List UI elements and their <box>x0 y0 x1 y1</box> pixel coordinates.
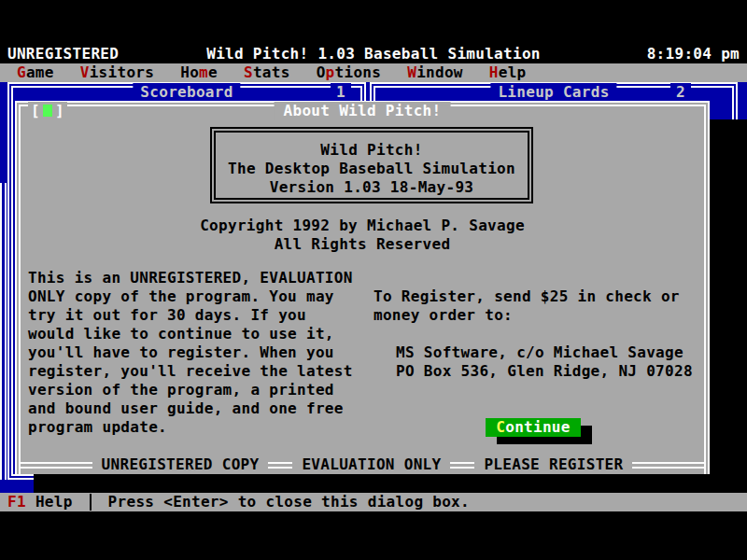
status-bar: F1 Help Press <Enter> to close this dial… <box>0 493 747 511</box>
f1-key-label[interactable]: F1 <box>7 493 26 511</box>
menu-item-visitors-post: isitors <box>90 63 155 81</box>
menu-item-visitors[interactable]: Visitors <box>80 63 154 82</box>
screen: UNREGISTERED Wild Pitch! 1.03 Baseball S… <box>0 0 747 560</box>
app-title: Wild Pitch! 1.03 Baseball Simulation <box>0 45 747 63</box>
menu-item-options[interactable]: Options <box>317 63 382 82</box>
menu-item-game-hotkey: G <box>17 63 26 81</box>
close-bracket-right: ] <box>55 102 64 119</box>
continue-button[interactable]: Continue <box>486 418 581 437</box>
dialog-footer: UNREGISTERED COPY EVALUATION ONLY PLEASE… <box>21 455 704 474</box>
status-message: Press <Enter> to close this dialog box. <box>108 493 470 511</box>
close-button[interactable]: [] <box>28 102 67 120</box>
window-scoreboard-title[interactable]: Scoreboard <box>133 83 240 102</box>
footer-unregistered-label: UNREGISTERED COPY <box>92 455 269 474</box>
menu-item-home-post: e <box>208 63 218 81</box>
menu-item-home-pre: Ho <box>180 63 199 81</box>
window-lineup-cards-number: 2 <box>670 83 691 102</box>
continue-button-hotkey: C <box>496 418 505 436</box>
menu-item-stats-post: tats <box>253 63 290 81</box>
menu-item-game-post: ame <box>26 63 54 81</box>
register-instructions-text: To Register, send $25 in check or money … <box>374 287 680 325</box>
window-scoreboard-number: 1 <box>331 83 351 102</box>
footer-divider-line <box>632 462 704 469</box>
program-info-box: Wild Pitch! The Desktop Baseball Simulat… <box>210 127 533 203</box>
footer-divider-line <box>268 462 292 469</box>
footer-divider-line <box>21 462 92 469</box>
status-separator <box>90 494 92 511</box>
clock: 8:19:04 pm <box>647 45 740 63</box>
menu-item-options-post: tions <box>335 63 382 81</box>
menu-item-window-post: indow <box>416 63 463 81</box>
menu-item-stats-hotkey: S <box>244 63 253 81</box>
menu-item-home-hotkey: m <box>199 63 208 81</box>
dialog-title: About Wild Pitch! <box>275 102 451 120</box>
menu-item-visitors-hotkey: V <box>80 63 90 81</box>
close-bracket-left: [ <box>31 102 40 119</box>
menu-item-help-post: elp <box>499 63 527 81</box>
dialog-shadow-right <box>710 119 747 474</box>
continue-button-label: ontinue <box>505 418 571 436</box>
footer-register-label: PLEASE REGISTER <box>474 455 632 474</box>
evaluation-notice-text: This is an UNREGISTERED, EVALUATION ONLY… <box>28 269 353 437</box>
menu-item-window-hotkey: W <box>407 63 416 81</box>
menu-bar: Game Visitors Home Stats Options Window … <box>0 63 747 82</box>
menu-item-options-pre: O <box>317 63 326 81</box>
dialog-shadow-bottom <box>34 474 747 493</box>
footer-divider-line <box>450 462 474 469</box>
window-lineup-cards-title[interactable]: Lineup Cards <box>490 83 616 102</box>
help-label[interactable]: Help <box>35 493 73 511</box>
footer-evaluation-label: EVALUATION ONLY <box>292 455 450 474</box>
menu-item-stats[interactable]: Stats <box>244 63 290 82</box>
title-bar: UNREGISTERED Wild Pitch! 1.03 Baseball S… <box>0 45 747 63</box>
menu-item-home[interactable]: Home <box>180 63 218 82</box>
menu-item-options-hotkey: p <box>326 63 335 81</box>
copyright-text: Copyright 1992 by Michael P. Savage All … <box>21 217 704 254</box>
menu-item-window[interactable]: Window <box>407 63 463 82</box>
window-frame-fragment <box>0 183 7 480</box>
menu-item-game[interactable]: Game <box>17 63 54 82</box>
about-dialog: [] About Wild Pitch! Wild Pitch! The Des… <box>15 101 710 474</box>
menu-item-help-hotkey: H <box>489 63 499 81</box>
register-address-text: MS Software, c/o Michael Savage PO Box 5… <box>396 343 693 381</box>
close-icon <box>43 105 52 117</box>
menu-item-help[interactable]: Help <box>489 63 527 82</box>
